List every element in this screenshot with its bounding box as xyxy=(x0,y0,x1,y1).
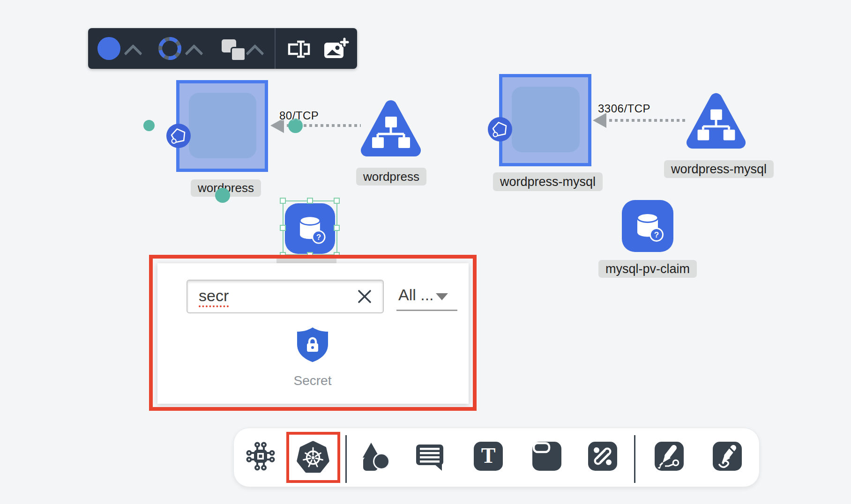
secret-shield-icon xyxy=(295,326,330,363)
selection-handle-w[interactable] xyxy=(280,225,286,231)
node-label-wordpress-mysql-service[interactable]: wordpress-mysql xyxy=(664,160,774,178)
pod-wordpress-mysql[interactable] xyxy=(512,87,580,152)
svg-text:?: ? xyxy=(654,230,659,239)
dock-divider xyxy=(345,435,347,483)
selection-handle-nw[interactable] xyxy=(280,198,286,204)
svg-text:?: ? xyxy=(316,233,321,242)
pod-badge-icon xyxy=(166,124,191,148)
shapes-tool-icon[interactable] xyxy=(358,440,390,472)
kubernetes-tool-icon[interactable] xyxy=(296,441,330,474)
selected-resource-node[interactable]: ? xyxy=(285,203,335,254)
fill-color-button[interactable] xyxy=(97,37,120,60)
stroke-style-button[interactable] xyxy=(158,37,181,60)
selection-handle-s[interactable] xyxy=(307,252,313,258)
selection-handle-e[interactable] xyxy=(334,225,340,231)
copy-style-icon-front[interactable] xyxy=(231,47,246,61)
rename-icon[interactable] xyxy=(286,38,312,60)
pod-badge-icon xyxy=(488,117,512,141)
kind-filter-dropdown[interactable]: All ... xyxy=(396,285,457,313)
pen-connect-tool-icon[interactable] xyxy=(655,442,684,471)
service-node-wordpress[interactable] xyxy=(358,97,423,162)
text-tool-icon[interactable]: T xyxy=(474,442,503,471)
edge-label-80tcp[interactable]: 80/TCP xyxy=(279,109,319,122)
comment-tool-icon[interactable] xyxy=(415,442,445,471)
search-result-label: Secret xyxy=(281,373,344,388)
toolbar-divider xyxy=(275,28,276,69)
selection-handle-n[interactable] xyxy=(307,198,313,204)
selection-handle-se[interactable] xyxy=(334,252,340,258)
dropdown-underline xyxy=(396,310,457,311)
connection-handle-dot[interactable] xyxy=(215,188,230,203)
selection-handle-sw[interactable] xyxy=(280,252,286,258)
fill-color-expand-chevron-icon[interactable] xyxy=(124,44,142,63)
frame-tool-icon[interactable] xyxy=(532,442,561,471)
infrastructure-tool-icon[interactable] xyxy=(245,441,276,472)
selection-handle-ne[interactable] xyxy=(334,198,340,204)
node-label-wordpress-service[interactable]: wordpress xyxy=(356,168,426,185)
dock-divider xyxy=(634,435,635,483)
diagram-canvas[interactable]: wordpress 80/TCP wordpress wordpress-mys… xyxy=(0,0,851,504)
style-toolbar xyxy=(88,28,357,69)
stroke-style-expand-chevron-icon[interactable] xyxy=(185,44,203,63)
edge-line-3306tcp[interactable] xyxy=(604,119,685,122)
copy-style-expand-chevron-icon[interactable] xyxy=(246,44,264,63)
service-node-wordpress-mysql[interactable] xyxy=(684,90,748,154)
connection-handle-dot[interactable] xyxy=(143,120,155,131)
clear-search-icon[interactable] xyxy=(356,288,373,305)
chevron-down-icon xyxy=(436,293,448,300)
node-label-mysql-pv-claim[interactable]: mysql-pv-claim xyxy=(598,260,697,278)
connector-tool-icon[interactable] xyxy=(588,442,617,471)
kind-filter-value: All ... xyxy=(398,286,434,304)
pencil-draw-tool-icon[interactable] xyxy=(713,442,742,471)
edge-label-3306tcp[interactable]: 3306/TCP xyxy=(598,102,650,115)
search-result-secret[interactable]: Secret xyxy=(281,326,344,388)
node-label-wordpress-mysql-deployment[interactable]: wordpress-mysql xyxy=(493,172,603,191)
add-image-icon[interactable] xyxy=(323,37,349,61)
pod-wordpress[interactable] xyxy=(189,93,256,158)
search-query-text[interactable]: secr xyxy=(199,287,229,305)
pvc-node-mysql-pv-claim[interactable]: ? xyxy=(622,200,673,252)
